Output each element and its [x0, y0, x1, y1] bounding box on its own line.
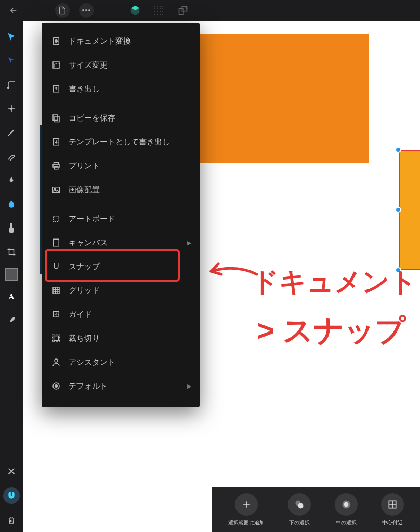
menu-item-save-copy[interactable]: コピーを保存 [42, 106, 200, 130]
plus-icon [235, 493, 258, 516]
snap-icon [51, 261, 61, 272]
below-icon [288, 493, 311, 516]
more-button[interactable] [79, 3, 94, 18]
artboard-icon [51, 214, 61, 224]
top-toolbar [0, 0, 420, 21]
menu-item-label: デフォルト [69, 381, 108, 391]
context-inside[interactable]: 中の選択 [335, 493, 358, 526]
svg-rect-39 [54, 239, 59, 246]
menu-item-guide[interactable]: ガイド [42, 302, 200, 326]
annotation-text-2: > スナップ [257, 312, 405, 350]
menu-item-label: キャンバス [69, 238, 108, 248]
corner-tool[interactable] [4, 77, 19, 92]
menu-item-grid[interactable]: グリッド [42, 278, 200, 302]
context-label: 中心付近 [382, 519, 403, 526]
svg-point-9 [160, 8, 161, 9]
pen-tool[interactable] [4, 172, 19, 188]
bleed-icon [51, 333, 61, 343]
context-below[interactable]: 下の選択 [288, 493, 311, 526]
menu-item-place-image[interactable]: 画像配置 [42, 178, 200, 202]
svg-rect-24 [10, 223, 12, 228]
menu-item-print[interactable]: プリント [42, 154, 200, 178]
place-image-icon [51, 184, 61, 195]
selection-handle[interactable] [395, 147, 401, 153]
point-transform-tool[interactable] [4, 101, 19, 116]
persona-designer-button[interactable] [128, 3, 142, 18]
menu-item-label: ドキュメント変換 [69, 36, 131, 46]
svg-point-14 [162, 11, 163, 12]
menu-item-label: 画像配置 [69, 185, 100, 195]
svg-point-5 [160, 6, 161, 7]
svg-point-1 [85, 9, 87, 11]
svg-point-10 [162, 8, 163, 9]
convert-icon [51, 36, 61, 46]
center-icon [381, 493, 404, 516]
menu-item-snap[interactable]: スナップ [42, 255, 200, 278]
move-tool[interactable] [4, 29, 19, 45]
annotation-text-1: ドキュメント [252, 265, 417, 299]
menu-item-canvas[interactable]: キャンバス▶ [42, 231, 200, 255]
menu-item-convert[interactable]: ドキュメント変換 [42, 29, 200, 53]
document-menu-button[interactable] [55, 3, 70, 18]
pixel-grid-button[interactable] [152, 3, 166, 18]
menu-item-bleed[interactable]: 裁ち切り [42, 326, 200, 350]
menu-item-label: スナップ [69, 262, 100, 272]
document-menu: ドキュメント変換サイズ変更書き出しコピーを保存テンプレートとして書き出しプリント… [42, 23, 200, 407]
guide-icon [51, 309, 61, 320]
selection-handle[interactable] [395, 207, 401, 213]
pencil-tool[interactable] [4, 125, 19, 140]
menu-item-label: ガイド [69, 310, 92, 320]
selection-handle[interactable] [395, 267, 401, 273]
context-label: 中の選択 [336, 519, 357, 526]
menu-item-label: アシスタント [69, 357, 115, 367]
svg-point-0 [82, 9, 84, 11]
svg-point-2 [88, 9, 90, 11]
default-icon [51, 381, 61, 391]
chevron-right-icon: ▶ [187, 383, 191, 390]
context-center[interactable]: 中心付近 [381, 493, 404, 526]
context-label: 選択範囲に追加 [228, 519, 265, 526]
svg-rect-27 [53, 62, 59, 68]
save-copy-icon [51, 113, 61, 123]
svg-point-18 [162, 14, 163, 15]
menu-item-label: アートボード [69, 214, 115, 224]
shape-selected-rect[interactable] [399, 150, 420, 270]
svg-point-12 [157, 11, 158, 12]
svg-rect-28 [55, 63, 59, 68]
back-button[interactable] [6, 3, 21, 18]
gradient-tool[interactable] [4, 220, 19, 236]
node-tool[interactable] [4, 53, 19, 69]
svg-point-6 [162, 6, 163, 7]
svg-point-13 [160, 11, 161, 12]
svg-rect-40 [54, 312, 59, 317]
svg-rect-30 [53, 115, 58, 121]
vector-brush-tool[interactable] [4, 149, 19, 164]
menu-item-export[interactable]: 書き出し [42, 77, 200, 101]
menu-item-export-template[interactable]: テンプレートとして書き出し [42, 130, 200, 154]
menu-item-default[interactable]: デフォルト▶ [42, 374, 200, 398]
grid-icon [51, 285, 61, 296]
menu-item-assistant[interactable]: アシスタント [42, 350, 200, 374]
menu-item-label: サイズ変更 [69, 60, 108, 70]
crop-tool[interactable] [4, 244, 19, 260]
fill-swatch[interactable] [5, 268, 18, 281]
shape-orange-rect[interactable] [200, 34, 369, 163]
delete-button[interactable] [4, 512, 19, 528]
context-bar: 選択範囲に追加下の選択中の選択中心付近 [212, 487, 420, 532]
text-tool[interactable]: A [4, 289, 19, 304]
snap-toggle[interactable] [3, 487, 20, 504]
svg-point-43 [55, 359, 58, 362]
svg-point-11 [154, 11, 155, 12]
close-icon[interactable] [4, 463, 19, 479]
eyedropper-tool[interactable] [4, 313, 19, 328]
menu-item-label: テンプレートとして書き出し [69, 137, 170, 147]
transform-studio-button[interactable] [176, 3, 190, 18]
print-icon [51, 161, 61, 171]
menu-item-label: 書き出し [69, 84, 100, 94]
context-plus[interactable]: 選択範囲に追加 [228, 493, 265, 526]
color-picker-tool[interactable] [4, 196, 19, 212]
menu-item-label: コピーを保存 [69, 113, 115, 123]
chevron-right-icon: ▶ [187, 240, 191, 246]
menu-item-resize[interactable]: サイズ変更 [42, 53, 200, 77]
menu-item-artboard[interactable]: アートボード [42, 207, 200, 231]
